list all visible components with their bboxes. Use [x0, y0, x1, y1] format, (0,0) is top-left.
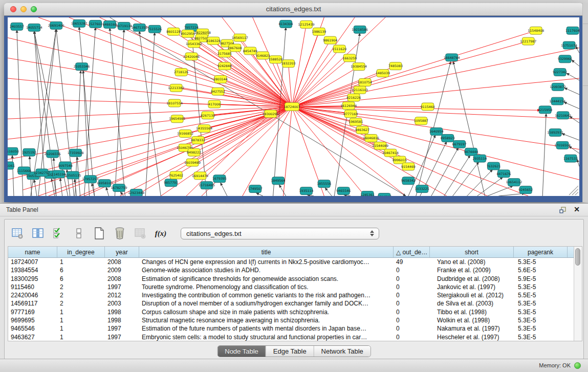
graph-node[interactable]: 16126944 — [340, 102, 357, 110]
column-header[interactable]: year — [105, 247, 139, 257]
graph-node[interactable]: 16648784 — [444, 54, 460, 61]
delete-column-icon[interactable] — [113, 227, 126, 240]
graph-node[interactable]: 1679395 — [212, 175, 227, 183]
graph-node[interactable]: 1115668 — [17, 167, 31, 174]
clear-selection-icon[interactable] — [72, 227, 85, 240]
graph-node[interactable]: 9154469 — [401, 163, 416, 170]
table-row[interactable]: 946362711997Embryonic stem cells: a mode… — [8, 333, 574, 341]
graph-node[interactable]: 12213382 — [168, 84, 184, 92]
graph-node[interactable]: 8267130 — [201, 112, 215, 119]
function-builder-icon[interactable]: f(x) — [154, 227, 167, 240]
vertical-scrollbar[interactable] — [574, 247, 582, 341]
graph-node[interactable]: 1527602 — [89, 20, 103, 28]
graph-node[interactable]: 1588520 — [269, 56, 283, 63]
graph-node[interactable]: 10467414 — [382, 149, 399, 157]
graph-node[interactable]: 2935114 — [473, 155, 487, 162]
graph-node[interactable]: 22420046 — [183, 53, 200, 60]
graph-node[interactable]: 1986139 — [312, 28, 326, 35]
window-titlebar[interactable]: citations_edges.txt — [4, 3, 583, 16]
close-panel-icon[interactable]: ✕ — [574, 205, 580, 213]
graph-node[interactable]: 1033225 — [415, 185, 429, 193]
show-columns-icon[interactable] — [31, 227, 45, 240]
graph-node[interactable]: 21053346 — [74, 63, 90, 71]
graph-node[interactable]: 417006 — [208, 100, 221, 108]
graph-node[interactable]: 1935114 — [299, 187, 313, 195]
tab-node-table[interactable]: Node Table — [217, 346, 266, 357]
graph-node[interactable]: 1925192 — [22, 148, 36, 156]
graph-node[interactable]: 2403557 — [10, 23, 24, 30]
graph-node[interactable]: 15716485 — [199, 182, 215, 189]
graph-node[interactable]: 1285361 — [360, 191, 375, 196]
graph-node[interactable]: 1435061 — [8, 162, 15, 169]
graph-node[interactable]: 17359928 — [68, 149, 84, 157]
table-row[interactable]: 1872400712008Changes of HCN gene express… — [8, 258, 574, 266]
graph-node[interactable]: 8498222 — [187, 148, 201, 156]
graph-node[interactable]: 9857791 — [164, 179, 178, 187]
graph-node[interactable]: 1810754 — [358, 78, 372, 86]
graph-node[interactable]: 8216226 — [346, 94, 361, 101]
graph-node[interactable]: 12342757 — [34, 169, 50, 177]
graph-node[interactable]: 9658342 — [401, 177, 416, 185]
graph-node[interactable]: 9777169 — [343, 110, 358, 118]
graph-node[interactable]: 18300295 — [263, 110, 279, 118]
graph-node[interactable]: 16782759 — [111, 184, 127, 192]
graph-node[interactable]: 7515526 — [147, 25, 162, 33]
graph-node[interactable]: 1969581 — [349, 118, 363, 126]
graph-node[interactable]: 11544089 — [372, 142, 388, 149]
graph-node[interactable]: 9465546 — [336, 187, 351, 195]
graph-node[interactable]: 12093872 — [550, 83, 566, 91]
table-selector-dropdown[interactable]: citations_edges.txt — [181, 228, 379, 239]
graph-node[interactable]: 2718126 — [174, 69, 188, 76]
table-row[interactable]: 969969511998Structural magnetic resonanc… — [8, 316, 574, 324]
graph-node[interactable]: 7625402 — [169, 171, 183, 179]
select-functions-icon[interactable] — [52, 227, 65, 240]
graph-node[interactable]: 9227342 — [553, 69, 567, 76]
graph-node[interactable]: 1663259 — [342, 54, 357, 62]
graph-node[interactable]: 9115460 — [421, 103, 435, 111]
graph-node[interactable]: 20206556 — [45, 150, 61, 158]
graph-node[interactable]: 10654112 — [506, 179, 522, 186]
column-header[interactable]: name — [8, 247, 57, 257]
graph-node[interactable]: 8454749 — [243, 47, 257, 55]
column-header[interactable]: pagerank — [514, 247, 568, 257]
graph-node[interactable]: 8471676 — [496, 170, 511, 178]
graph-node[interactable]: 18724007 — [284, 103, 300, 111]
graph-node[interactable]: 15751074 — [561, 41, 577, 49]
graph-node[interactable]: 9242848 — [217, 62, 232, 70]
graph-node[interactable]: 14055714 — [26, 24, 42, 31]
tab-network-table[interactable]: Network Table — [314, 346, 371, 357]
graph-node[interactable]: 10719134 — [116, 22, 132, 30]
network-canvas[interactable]: 2403557140557142069140610653287152760264… — [8, 17, 579, 196]
graph-node[interactable]: 1095887 — [414, 117, 428, 125]
graph-node[interactable]: 6466160 — [103, 20, 117, 28]
column-header[interactable]: title — [139, 247, 394, 257]
graph-node[interactable]: 2803144 — [213, 76, 228, 83]
graph-node[interactable]: 15892931 — [547, 129, 563, 137]
graph-node[interactable]: 16210643 — [555, 112, 571, 119]
graph-node[interactable]: 1855556 — [317, 180, 331, 188]
graph-node[interactable]: 8601128 — [166, 28, 181, 35]
graph-node[interactable]: 8134304 — [279, 20, 293, 28]
graph-node[interactable]: 9097548 — [58, 162, 73, 169]
float-panel-icon[interactable] — [559, 206, 567, 213]
graph-node[interactable]: 19166852 — [177, 130, 193, 138]
graph-node[interactable]: 12444154 — [549, 97, 565, 105]
graph-node[interactable]: 8604297 — [377, 193, 391, 196]
graph-node[interactable]: 8878332 — [191, 137, 205, 144]
graph-node[interactable]: 1145194 — [52, 170, 66, 178]
graph-node[interactable]: 19218586 — [352, 26, 368, 33]
graph-node[interactable]: 12217987 — [520, 37, 536, 45]
graph-node[interactable]: 14355564 — [196, 125, 212, 133]
column-header[interactable]: in_degree — [57, 247, 105, 257]
graph-node[interactable]: 20691406 — [48, 21, 64, 29]
graph-node[interactable]: 8958923 — [441, 135, 455, 142]
graph-node[interactable]: 7632621 — [486, 162, 500, 170]
graph-node[interactable]: 19384554 — [351, 63, 367, 71]
graph-node[interactable]: 10543362 — [186, 40, 202, 48]
graph-node[interactable]: 3175685 — [217, 50, 232, 57]
tab-edge-table[interactable]: Edge Table — [266, 346, 314, 357]
graph-node[interactable]: 1485039 — [376, 70, 390, 77]
graph-node[interactable]: 16914479 — [192, 172, 208, 180]
graph-node[interactable]: 16046816 — [363, 135, 379, 142]
graph-node[interactable]: 16039489 — [184, 159, 201, 166]
